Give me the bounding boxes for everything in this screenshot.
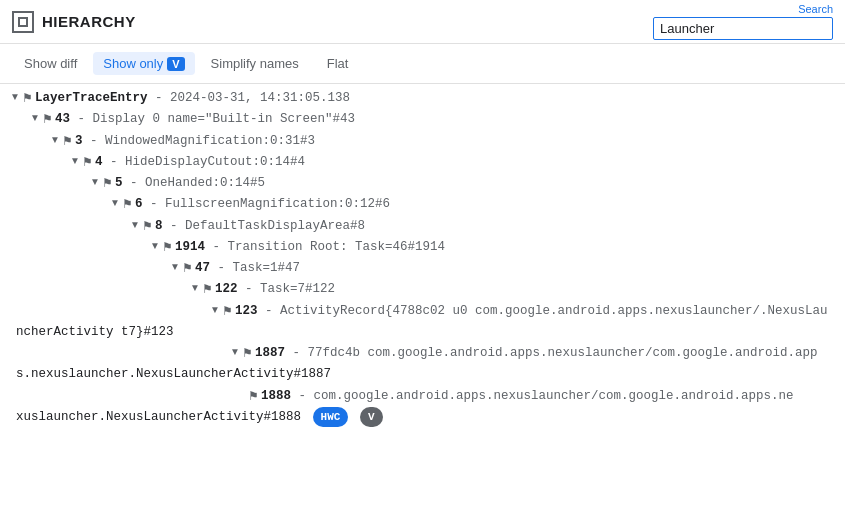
toggle-arrow[interactable]: ▼ <box>8 88 22 105</box>
node-text: 1914 - Transition Root: Task=46#1914 <box>175 237 445 258</box>
node-text: 1888 - com.google.android.apps.nexuslaun… <box>261 386 794 407</box>
toggle-arrow[interactable]: ▼ <box>108 194 122 211</box>
tree-container: ▼ ⚑ LayerTraceEntry - 2024-03-31, 14:31:… <box>0 84 845 499</box>
list-item: ▼ ⚑ LayerTraceEntry - 2024-03-31, 14:31:… <box>0 88 845 109</box>
list-item: ▼ ⚑ 43 - Display 0 name="Built-in Screen… <box>0 109 845 130</box>
pin-icon: ⚑ <box>62 131 73 151</box>
list-item: ▼ ⚑ 5 - OneHanded:0:14#5 <box>0 173 845 194</box>
pin-icon: ⚑ <box>142 216 153 236</box>
toggle-arrow[interactable]: ▼ <box>228 343 242 360</box>
list-item: ▼ ⚑ 8 - DefaultTaskDisplayArea#8 <box>0 216 845 237</box>
header: HIERARCHY Search <box>0 0 845 44</box>
pin-icon: ⚑ <box>222 301 233 321</box>
node-continuation: s.nexuslauncher.NexusLauncherActivity#18… <box>0 364 845 385</box>
node-text: 6 - FullscreenMagnification:0:12#6 <box>135 194 390 215</box>
show-only-button[interactable]: Show only V <box>93 52 194 75</box>
toggle-arrow[interactable]: ▼ <box>48 131 62 148</box>
show-only-label: Show only <box>103 56 163 71</box>
pin-icon: ⚑ <box>162 237 173 257</box>
search-label: Search <box>798 3 833 15</box>
show-only-badge: V <box>167 57 184 71</box>
list-item: ▼ ⚑ 1914 - Transition Root: Task=46#1914 <box>0 237 845 258</box>
hwc-badge: HWC <box>313 407 349 428</box>
node-text: LayerTraceEntry - 2024-03-31, 14:31:05.1… <box>35 88 350 109</box>
pin-icon: ⚑ <box>202 279 213 299</box>
flat-button[interactable]: Flat <box>315 52 361 75</box>
hierarchy-icon-inner <box>18 17 28 27</box>
search-container: Search <box>653 3 833 40</box>
list-item: ▼ ⚑ 6 - FullscreenMagnification:0:12#6 <box>0 194 845 215</box>
node-continuation: xuslauncher.NexusLauncherActivity#1888 H… <box>0 407 845 428</box>
simplify-names-button[interactable]: Simplify names <box>199 52 311 75</box>
page-title: HIERARCHY <box>42 13 136 30</box>
v-badge: V <box>360 407 383 428</box>
node-text: 122 - Task=7#122 <box>215 279 335 300</box>
toggle-arrow[interactable]: ▼ <box>68 152 82 169</box>
list-item: ▼ ⚑ 3 - WindowedMagnification:0:31#3 <box>0 131 845 152</box>
pin-icon: ⚑ <box>248 386 259 406</box>
toggle-arrow[interactable]: ▼ <box>148 237 162 254</box>
node-text: 43 - Display 0 name="Built-in Screen"#43 <box>55 109 355 130</box>
node-text: 4 - HideDisplayCutout:0:14#4 <box>95 152 305 173</box>
list-item: ▼ ⚑ 122 - Task=7#122 <box>0 279 845 300</box>
pin-icon: ⚑ <box>122 194 133 214</box>
list-item: ⚑ 1888 - com.google.android.apps.nexusla… <box>0 386 845 429</box>
node-text: 1887 - 77fdc4b com.google.android.apps.n… <box>255 343 818 364</box>
pin-icon: ⚑ <box>22 88 33 108</box>
header-left: HIERARCHY <box>12 11 136 33</box>
list-item: ▼ ⚑ 1887 - 77fdc4b com.google.android.ap… <box>0 343 845 386</box>
toggle-arrow[interactable]: ▼ <box>28 109 42 126</box>
pin-icon: ⚑ <box>42 109 53 129</box>
node-text: 8 - DefaultTaskDisplayArea#8 <box>155 216 365 237</box>
search-input[interactable] <box>653 17 833 40</box>
node-text: 5 - OneHanded:0:14#5 <box>115 173 265 194</box>
list-item: ▼ ⚑ 47 - Task=1#47 <box>0 258 845 279</box>
list-item: ▼ ⚑ 4 - HideDisplayCutout:0:14#4 <box>0 152 845 173</box>
pin-icon: ⚑ <box>82 152 93 172</box>
node-text: 47 - Task=1#47 <box>195 258 300 279</box>
toggle-arrow[interactable]: ▼ <box>168 258 182 275</box>
toggle-arrow[interactable]: ▼ <box>88 173 102 190</box>
toggle-arrow[interactable]: ▼ <box>188 279 202 296</box>
hierarchy-icon <box>12 11 34 33</box>
pin-icon: ⚑ <box>242 343 253 363</box>
show-diff-button[interactable]: Show diff <box>12 52 89 75</box>
pin-icon: ⚑ <box>182 258 193 278</box>
pin-icon: ⚑ <box>102 173 113 193</box>
node-text: 3 - WindowedMagnification:0:31#3 <box>75 131 315 152</box>
toolbar: Show diff Show only V Simplify names Fla… <box>0 44 845 84</box>
node-text: 123 - ActivityRecord{4788c02 u0 com.goog… <box>235 301 828 322</box>
toggle-arrow[interactable]: ▼ <box>128 216 142 233</box>
list-item: ▼ ⚑ 123 - ActivityRecord{4788c02 u0 com.… <box>0 301 845 344</box>
node-continuation: ncherActivity t7}#123 <box>0 322 845 343</box>
toggle-arrow[interactable]: ▼ <box>208 301 222 318</box>
